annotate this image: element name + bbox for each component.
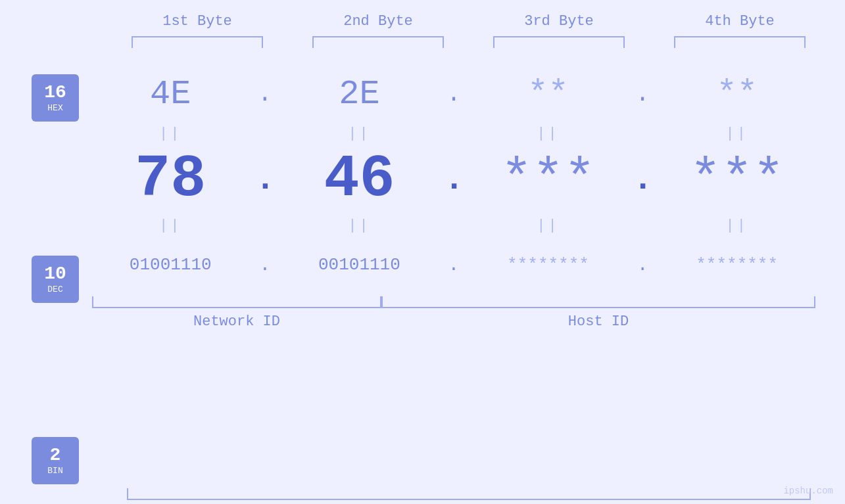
byte4-header: 4th Byte: [667, 13, 812, 30]
dec-b3-value: ***: [501, 150, 596, 210]
dec-b4-value: ***: [690, 150, 785, 210]
dec-b2-cell: 46: [287, 146, 431, 213]
bracket-top-2: [312, 36, 444, 48]
byte-headers: 1st Byte 2nd Byte 3rd Byte 4th Byte: [107, 13, 831, 30]
bin-b4-value: ********: [696, 255, 778, 275]
sep-b4: ||: [665, 126, 809, 142]
bin-b2-cell: 00101110: [287, 255, 431, 275]
hex-b3-value: **: [527, 75, 568, 114]
byte1-header: 1st Byte: [125, 13, 270, 30]
footer-bracket: [127, 488, 811, 500]
sep-b3: ||: [476, 126, 621, 142]
bin-badge: 2 BIN: [32, 437, 79, 484]
bracket-network: [92, 296, 381, 308]
hex-b4-value: **: [716, 75, 757, 114]
byte2-header: 2nd Byte: [306, 13, 450, 30]
dec-dot1: .: [255, 160, 275, 199]
hex-dot2: .: [444, 81, 464, 108]
bracket-top-4: [674, 36, 806, 48]
hex-badge-label: HEX: [47, 103, 62, 113]
bracket-host: [381, 296, 815, 308]
sep-row-2: || || || ||: [92, 212, 815, 239]
watermark: ipshu.com: [783, 486, 833, 496]
dec-row: 78 . 46 . *** . ***: [92, 147, 815, 212]
hex-b2-value: 2E: [339, 75, 379, 114]
hex-badge: 16 HEX: [32, 74, 79, 122]
dec-b3-cell: ***: [476, 150, 621, 210]
dec-dot3: .: [633, 160, 652, 199]
sep2-b3: ||: [476, 218, 621, 234]
bin-dot2: .: [444, 255, 464, 275]
dec-b1-cell: 78: [98, 146, 243, 213]
hex-row: 4E . 2E . ** . **: [92, 68, 815, 120]
dec-badge-number: 10: [44, 264, 66, 285]
dec-badge-label: DEC: [47, 285, 62, 294]
bin-b1-cell: 01001110: [98, 255, 243, 275]
bin-dot3: .: [633, 255, 652, 275]
dec-dot2: .: [444, 160, 464, 199]
byte3-header: 3rd Byte: [487, 13, 631, 30]
bin-row: 01001110 . 00101110 . ******** . *******…: [92, 239, 815, 291]
top-brackets: [107, 36, 831, 48]
hex-dot1: .: [255, 81, 275, 108]
hex-badge-number: 16: [44, 83, 66, 103]
dec-badge: 10 DEC: [32, 256, 79, 303]
bottom-brackets: [92, 296, 815, 308]
sep-b1: ||: [98, 126, 243, 142]
bin-badge-label: BIN: [47, 466, 62, 476]
sep-row-1: || || || ||: [92, 120, 815, 147]
bin-b3-value: ********: [507, 255, 589, 275]
sep2-b4: ||: [665, 218, 809, 234]
bin-b3-cell: ********: [476, 255, 621, 275]
dec-b4-cell: ***: [665, 150, 809, 210]
host-id-label: Host ID: [381, 313, 815, 330]
sep2-b2: ||: [287, 218, 431, 234]
hex-dot3: .: [633, 81, 652, 108]
dec-b1-value: 78: [135, 146, 206, 213]
main-container: 1st Byte 2nd Byte 3rd Byte 4th Byte 16 H…: [0, 0, 845, 504]
bin-dot1: .: [255, 255, 275, 275]
hex-b1-cell: 4E: [98, 75, 243, 114]
sep2-b1: ||: [98, 218, 243, 234]
content-area: 16 HEX 10 DEC 2 BIN 4E .: [0, 68, 845, 484]
bracket-top-3: [493, 36, 625, 48]
bracket-top-1: [132, 36, 263, 48]
bin-b2-value: 00101110: [318, 255, 400, 275]
hex-b3-cell: **: [476, 75, 621, 114]
sep-b2: ||: [287, 126, 431, 142]
network-id-label: Network ID: [92, 313, 381, 330]
bin-badge-number: 2: [50, 446, 61, 466]
hex-b1-value: 4E: [150, 75, 191, 114]
hex-b4-cell: **: [665, 75, 809, 114]
hex-b2-cell: 2E: [287, 75, 431, 114]
bin-b1-value: 01001110: [130, 255, 212, 275]
bin-b4-cell: ********: [665, 255, 809, 275]
badges-column: 16 HEX 10 DEC 2 BIN: [0, 68, 79, 484]
data-grid: 4E . 2E . ** . ** || ||: [92, 68, 832, 330]
bottom-labels: Network ID Host ID: [92, 313, 815, 330]
dec-b2-value: 46: [324, 146, 395, 213]
